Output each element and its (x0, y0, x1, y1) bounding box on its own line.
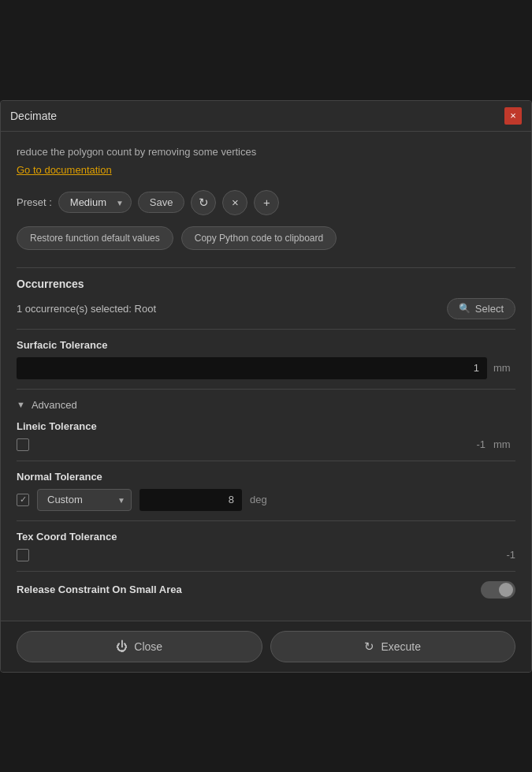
check-icon: ✓ (20, 494, 27, 505)
occurrences-row: 1 occurrence(s) selected: Root 🔍 Select (17, 298, 515, 319)
normal-checkbox[interactable]: ✓ (17, 494, 29, 506)
actions-row: Restore function default values Copy Pyt… (17, 226, 515, 250)
toggle-knob (499, 583, 513, 597)
normal-row: ✓ Custom Low Medium High 8 deg (17, 489, 515, 511)
dialog-footer: ⏻ Close ↻ Execute (1, 621, 531, 672)
surfacic-section: Surfacic Tolerance 1 mm (17, 339, 515, 379)
preset-label: Preset : (17, 196, 52, 208)
surfacic-value: 1 (474, 362, 479, 374)
normal-value-track[interactable]: 8 (140, 489, 242, 511)
normal-section: Normal Tolerance ✓ Custom Low Medium Hig… (17, 471, 515, 511)
execute-label: Execute (381, 640, 421, 653)
lineic-section: Lineic Tolerance -1 mm (17, 420, 515, 451)
chevron-icon: ▼ (17, 400, 25, 409)
select-label: Select (475, 303, 504, 315)
normal-dropdown[interactable]: Custom Low Medium High (37, 489, 132, 511)
normal-dropdown-wrapper: Custom Low Medium High (37, 489, 132, 511)
divider-5 (17, 520, 515, 521)
execute-refresh-icon: ↻ (364, 640, 374, 654)
surfacic-label: Surfacic Tolerance (17, 339, 515, 351)
lineic-value: -1 (476, 438, 485, 450)
preset-select[interactable]: Low Medium High Custom (58, 192, 132, 213)
divider-1 (17, 267, 515, 268)
occurrences-text: 1 occurrence(s) selected: Root (17, 303, 156, 315)
texcoord-row: -1 (17, 549, 515, 561)
texcoord-section: Tex Coord Tolerance -1 (17, 531, 515, 561)
dialog-decimate: Decimate × reduce the polygon count by r… (0, 100, 532, 673)
texcoord-value: -1 (506, 549, 515, 561)
remove-button[interactable]: × (222, 190, 247, 215)
occurrences-section: Occurrences 1 occurrence(s) selected: Ro… (17, 278, 515, 319)
execute-button[interactable]: ↻ Execute (270, 631, 516, 662)
search-icon: 🔍 (459, 303, 471, 314)
title-bar: Decimate × (1, 101, 531, 132)
texcoord-label: Tex Coord Tolerance (17, 531, 515, 543)
dialog-title: Decimate (10, 110, 57, 122)
advanced-label: Advanced (32, 399, 77, 411)
release-label: Release Constraint On Small Area (17, 584, 182, 595)
normal-value: 8 (229, 494, 234, 505)
save-button[interactable]: Save (138, 192, 185, 213)
description-text: reduce the polygon count by removing som… (17, 146, 515, 158)
advanced-toggle[interactable]: ▼ Advanced (17, 399, 515, 411)
dialog-content: reduce the polygon count by removing som… (1, 132, 531, 621)
normal-unit: deg (250, 494, 272, 505)
select-button[interactable]: 🔍 Select (447, 298, 515, 319)
release-row: Release Constraint On Small Area (17, 581, 515, 599)
close-label: Close (134, 640, 162, 653)
power-icon: ⏻ (116, 640, 128, 653)
release-toggle[interactable] (481, 581, 515, 599)
add-button[interactable]: + (254, 190, 279, 215)
lineic-row: -1 mm (17, 438, 515, 451)
lineic-checkbox[interactable] (17, 438, 29, 451)
divider-6 (17, 571, 515, 572)
divider-3 (17, 389, 515, 390)
restore-button[interactable]: Restore function default values (17, 226, 173, 250)
preset-select-wrapper: Low Medium High Custom (58, 192, 132, 213)
surfacic-unit: mm (493, 362, 515, 374)
lineic-label: Lineic Tolerance (17, 420, 515, 432)
texcoord-checkbox[interactable] (17, 549, 29, 561)
title-close-button[interactable]: × (504, 107, 522, 125)
normal-label: Normal Tolerance (17, 471, 515, 483)
divider-4 (17, 461, 515, 461)
refresh-button[interactable]: ↻ (191, 190, 216, 215)
occurrences-title: Occurrences (17, 278, 515, 290)
preset-row: Preset : Low Medium High Custom Save ↻ ×… (17, 190, 515, 215)
doc-link[interactable]: Go to documentation (17, 164, 112, 176)
divider-2 (17, 329, 515, 330)
close-button[interactable]: ⏻ Close (17, 631, 262, 662)
surfacic-slider-row: 1 mm (17, 357, 515, 379)
surfacic-slider-track[interactable]: 1 (17, 357, 487, 379)
copy-button[interactable]: Copy Python code to clipboard (181, 226, 337, 250)
lineic-unit: mm (493, 438, 515, 450)
